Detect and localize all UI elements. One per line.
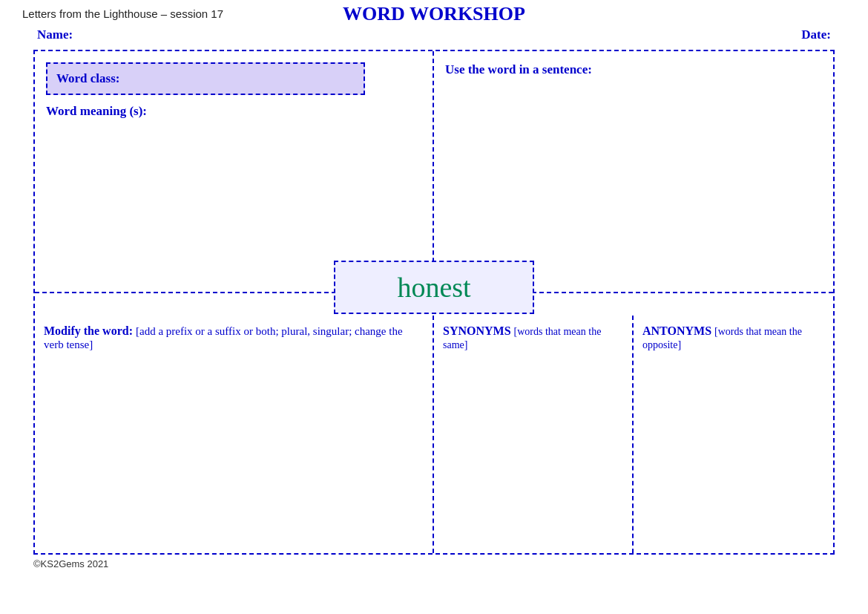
word-class-label: Word class:: [56, 71, 119, 85]
synonyms-panel: SYNONYMS [words that mean the same]: [434, 316, 634, 553]
synonyms-label: SYNONYMS [words that mean the same]: [443, 324, 623, 351]
copyright-text: ©KS2Gems 2021: [33, 558, 108, 569]
date-label: Date:: [801, 27, 831, 42]
modify-label: Modify the word: [add a prefix or a suff…: [44, 324, 424, 351]
name-date-row: Name: Date:: [0, 24, 868, 50]
word-meaning-section: Word meaning (s):: [46, 104, 421, 119]
word-meaning-label: Word meaning (s):: [46, 104, 147, 118]
word-class-box: Word class:: [46, 62, 365, 95]
antonyms-label-text: ANTONYMS: [642, 324, 711, 337]
session-title: Letters from the Lighthouse – session 17: [22, 7, 223, 20]
center-word: honest: [397, 272, 470, 303]
modify-label-text: Modify the word:: [44, 324, 133, 337]
center-word-box: honest: [334, 261, 534, 314]
top-section: Word class: Word meaning (s): Use the wo…: [35, 51, 833, 293]
synonyms-label-text: SYNONYMS: [443, 324, 511, 337]
main-title: WORD WORKSHOP: [343, 3, 525, 25]
name-label: Name:: [37, 27, 73, 42]
footer: ©KS2Gems 2021: [0, 555, 868, 573]
antonyms-label: ANTONYMS [words that mean the opposite]: [642, 324, 824, 351]
page-header: Letters from the Lighthouse – session 17…: [0, 0, 868, 24]
use-word-label: Use the word in a sentence:: [445, 62, 592, 76]
right-panel: Use the word in a sentence:: [434, 51, 833, 292]
antonyms-panel: ANTONYMS [words that mean the opposite]: [634, 316, 833, 553]
bottom-section: Modify the word: [add a prefix or a suff…: [35, 316, 833, 553]
modify-panel: Modify the word: [add a prefix or a suff…: [35, 316, 434, 553]
left-panel: Word class: Word meaning (s):: [35, 51, 434, 292]
main-container: Word class: Word meaning (s): Use the wo…: [33, 50, 835, 555]
